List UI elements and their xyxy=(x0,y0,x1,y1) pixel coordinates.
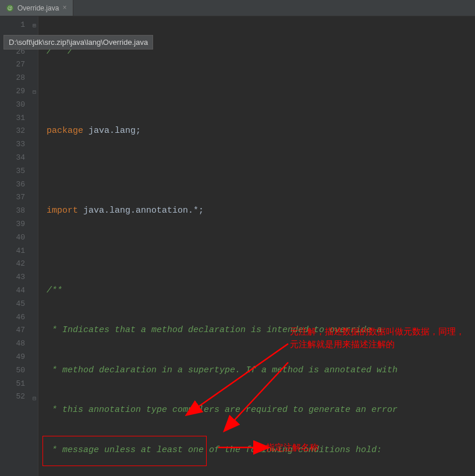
line-number: 40 xyxy=(0,231,38,245)
line-number: 47 xyxy=(0,324,38,337)
line-number: 41 xyxy=(0,245,38,258)
line-number: 45 xyxy=(0,298,38,311)
line-number: 31 xyxy=(0,112,38,125)
code-text: java.lang; xyxy=(88,126,141,136)
line-number: 36 xyxy=(0,178,38,192)
line-number: 39 xyxy=(0,218,38,231)
java-class-icon: @ xyxy=(6,4,14,12)
line-number: 51 xyxy=(0,378,38,391)
code-text: * this annotation type compilers are req… xyxy=(47,405,398,415)
line-number: 50 xyxy=(0,364,38,378)
line-number: 49 xyxy=(0,351,38,364)
close-icon[interactable]: × xyxy=(62,4,66,12)
fold-icon[interactable]: ⊟ xyxy=(33,86,36,100)
fold-icon[interactable]: ⊞ xyxy=(33,20,36,33)
tab-bar: @ Override.java × xyxy=(0,0,475,16)
line-number: 32 xyxy=(0,125,38,138)
annotation-meta: 元注解，描述数据的数据叫做元数据，同理，元注解就是用来描述注解的 xyxy=(290,325,465,351)
line-number: 48 xyxy=(0,337,38,351)
line-number: 38 xyxy=(0,204,38,218)
code-text: * message unless at least one of the fol… xyxy=(47,445,382,455)
line-number: 44 xyxy=(0,284,38,298)
code-area[interactable]: / / package java.lang; import java.lang.… xyxy=(38,16,475,476)
line-number: 27 xyxy=(0,58,38,72)
line-number: 35 xyxy=(0,165,38,178)
svg-text:@: @ xyxy=(7,5,12,11)
line-number: 34 xyxy=(0,151,38,165)
line-number: 33 xyxy=(0,138,38,151)
line-number: 42 xyxy=(0,258,38,271)
file-tab[interactable]: @ Override.java × xyxy=(0,0,73,16)
code-text: * method declaration in a supertype. If … xyxy=(47,365,398,375)
code-text: import xyxy=(47,206,83,216)
line-number: 46 xyxy=(0,311,38,325)
line-number: 43 xyxy=(0,271,38,284)
code-text: java.lang.annotation.*; xyxy=(83,206,204,216)
code-text: /** xyxy=(47,285,62,295)
line-number: 28 xyxy=(0,72,38,85)
fold-icon[interactable]: ⊟ xyxy=(33,393,36,406)
annotation-name: 指定注解名称 xyxy=(266,441,318,454)
tab-label: Override.java xyxy=(17,4,59,12)
editor: 1 25 26 27 28 29 30 31 32 33 34 35 36 37… xyxy=(0,16,475,476)
line-number: 30 xyxy=(0,98,38,112)
line-number: 37 xyxy=(0,191,38,204)
path-tooltip: D:\soft\jdk\src.zip!\java\lang\Override.… xyxy=(3,35,153,50)
gutter: 1 25 26 27 28 29 30 31 32 33 34 35 36 37… xyxy=(0,16,38,476)
code-text: package xyxy=(47,126,88,136)
